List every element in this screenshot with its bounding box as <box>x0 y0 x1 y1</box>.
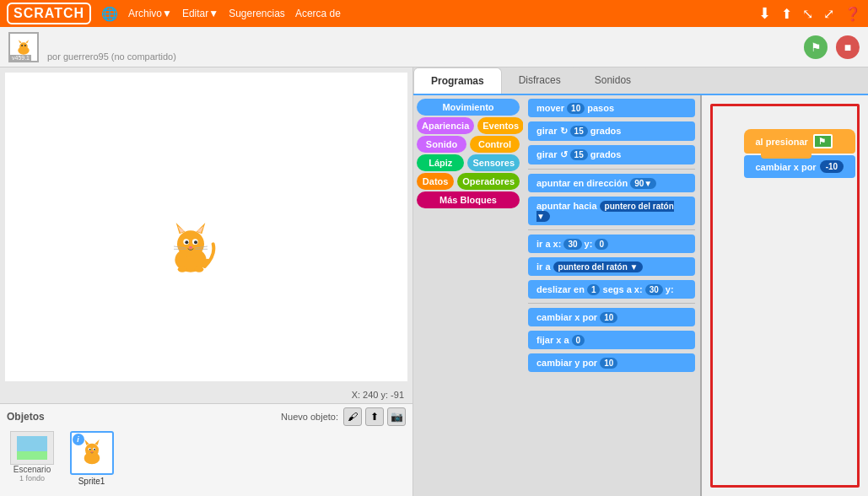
project-thumbnail: v459.1 <box>8 32 39 62</box>
main-area: X: 240 y: -91 Objetos Nuevo objeto: 🖌 ⬆ … <box>0 67 868 496</box>
svg-point-5 <box>24 45 26 46</box>
block-apuntar-hacia[interactable]: apuntar hacia puntero del ratón ▼ <box>528 197 695 225</box>
command-val: -10 <box>820 160 844 173</box>
categories-panel: Movimiento Apariencia Eventos Sonido Con… <box>413 95 523 496</box>
stage-coords: X: 240 y: -91 <box>0 386 412 403</box>
scene-item[interactable]: Escenario 1 fondo <box>7 431 57 486</box>
cat-sensores[interactable]: Sensores <box>467 154 520 171</box>
scene-label: Escenario <box>13 465 51 474</box>
stage-area: X: 240 y: -91 Objetos Nuevo objeto: 🖌 ⬆ … <box>0 67 413 496</box>
svg-point-15 <box>194 240 197 244</box>
menu-archivo[interactable]: Archivo▼ <box>128 8 172 19</box>
cat-mas-bloques[interactable]: Más Bloques <box>417 191 520 208</box>
cat-sonido[interactable]: Sonido <box>417 136 466 153</box>
svg-rect-25 <box>17 451 47 460</box>
svg-marker-2 <box>19 40 22 43</box>
block-cambiar-y[interactable]: cambiar y por 10 <box>528 353 695 372</box>
script-canvas[interactable]: al presionar ⚑ cambiar x por -10 <box>702 95 869 496</box>
fullscreen-icon[interactable]: ⤡ <box>802 6 813 22</box>
canvas-blocks: al presionar ⚑ cambiar x por -10 <box>744 129 856 178</box>
sprite-info-button[interactable]: i <box>73 434 84 445</box>
scratch-logo: SCRATCH <box>7 3 91 24</box>
block-girar-ccw[interactable]: girar ↺ 15 grados <box>528 145 695 164</box>
objects-title: Objetos <box>7 411 45 423</box>
stop-icon: ■ <box>844 40 851 54</box>
block-girar-cw[interactable]: girar ↻ 15 grados <box>528 121 695 141</box>
project-title-input[interactable]: Untitled <box>47 32 317 50</box>
block-cambiar-x[interactable]: cambiar x por 10 <box>528 308 695 326</box>
globe-icon[interactable]: 🌐 <box>101 6 118 22</box>
menubar: SCRATCH 🌐 Archivo▼ Editar▼ Sugerencias A… <box>0 0 868 27</box>
svg-point-4 <box>21 45 23 46</box>
cat-movimiento[interactable]: Movimiento <box>417 99 520 116</box>
sprite1-item[interactable]: i S <box>64 431 119 486</box>
svg-point-1 <box>19 42 28 51</box>
tabs: Programas Disfraces Sonidos <box>413 67 868 95</box>
hat-block[interactable]: al presionar ⚑ <box>744 129 856 154</box>
camera-sprite-button[interactable]: 📷 <box>387 407 406 426</box>
help-icon[interactable]: ❓ <box>844 6 861 22</box>
svg-point-14 <box>185 240 188 244</box>
objects-panel: Objetos Nuevo objeto: 🖌 ⬆ 📷 <box>0 403 412 496</box>
svg-point-21 <box>178 267 187 272</box>
block-deslizar[interactable]: deslizar en 1 segs a x: 30 y: <box>528 280 695 299</box>
cat-datos[interactable]: Datos <box>417 173 454 190</box>
svg-point-32 <box>89 449 90 450</box>
svg-marker-29 <box>94 439 99 445</box>
block-ir-a[interactable]: ir a puntero del ratón ▼ <box>528 257 695 276</box>
objects-header: Objetos Nuevo objeto: 🖌 ⬆ 📷 <box>7 407 406 426</box>
upload-sprite-button[interactable]: ⬆ <box>365 407 384 426</box>
cat-lapiz[interactable]: Lápiz <box>417 154 464 171</box>
block-ir-a-xy[interactable]: ir a x: 30 y: 0 <box>528 235 695 253</box>
download-icon[interactable]: ⬇ <box>758 4 771 23</box>
blocks-panel: Movimiento Apariencia Eventos Sonido Con… <box>413 95 868 496</box>
stage-canvas[interactable] <box>5 73 407 381</box>
script-area: Programas Disfraces Sonidos Movimiento A… <box>413 67 868 496</box>
cat-apariencia[interactable]: Apariencia <box>417 117 474 134</box>
menu-editar[interactable]: Editar▼ <box>182 8 218 19</box>
titlebar: v459.1 Untitled por guerrero95 (no compa… <box>0 27 868 67</box>
present-icon[interactable]: ⤢ <box>823 6 834 22</box>
block-fijar-x[interactable]: fijar x a 0 <box>528 331 695 349</box>
nuevo-objeto-label: Nuevo objeto: <box>281 412 338 422</box>
svg-marker-3 <box>25 40 29 43</box>
svg-point-33 <box>94 449 95 450</box>
stop-button[interactable]: ■ <box>836 35 860 59</box>
svg-point-16 <box>189 246 192 249</box>
objects-list: Escenario 1 fondo i <box>7 431 406 486</box>
cat-control[interactable]: Control <box>470 136 520 153</box>
blocks-list: mover 10 pasos girar ↻ 15 grados girar ↺… <box>523 95 702 496</box>
tab-programas[interactable]: Programas <box>413 67 502 94</box>
flag-icon: ⚑ <box>813 134 833 148</box>
svg-marker-28 <box>84 439 89 445</box>
svg-point-7 <box>177 230 204 257</box>
upload-icon[interactable]: ⬆ <box>781 6 792 22</box>
cat-sprite <box>157 216 224 283</box>
project-subtitle: por guerrero95 (no compartido) <box>47 51 317 62</box>
command-label: cambiar x por <box>756 162 817 172</box>
menu-acerca[interactable]: Acerca de <box>295 8 341 19</box>
flag-button[interactable]: ⚑ <box>804 35 828 59</box>
menu-sugerencias[interactable]: Sugerencias <box>229 8 285 19</box>
cat-eventos[interactable]: Eventos <box>477 117 523 134</box>
block-mover[interactable]: mover 10 pasos <box>528 99 695 117</box>
sprite1-thumb: i <box>70 431 114 475</box>
svg-point-27 <box>85 444 99 457</box>
svg-point-22 <box>195 267 204 272</box>
block-apuntar-dir[interactable]: apuntar en dirección 90▼ <box>528 174 695 192</box>
version-badge: v459.1 <box>10 55 31 61</box>
svg-point-34 <box>91 451 93 452</box>
command-block[interactable]: cambiar x por -10 <box>744 155 856 178</box>
cat-operadores[interactable]: Operadores <box>457 173 520 190</box>
sprite1-label: Sprite1 <box>78 477 105 486</box>
scene-sub: 1 fondo <box>19 474 45 483</box>
tab-disfraces[interactable]: Disfraces <box>502 67 578 94</box>
paint-new-sprite-button[interactable]: 🖌 <box>343 407 362 426</box>
tab-sonidos[interactable]: Sonidos <box>578 67 648 94</box>
hat-label: al presionar <box>756 137 808 147</box>
